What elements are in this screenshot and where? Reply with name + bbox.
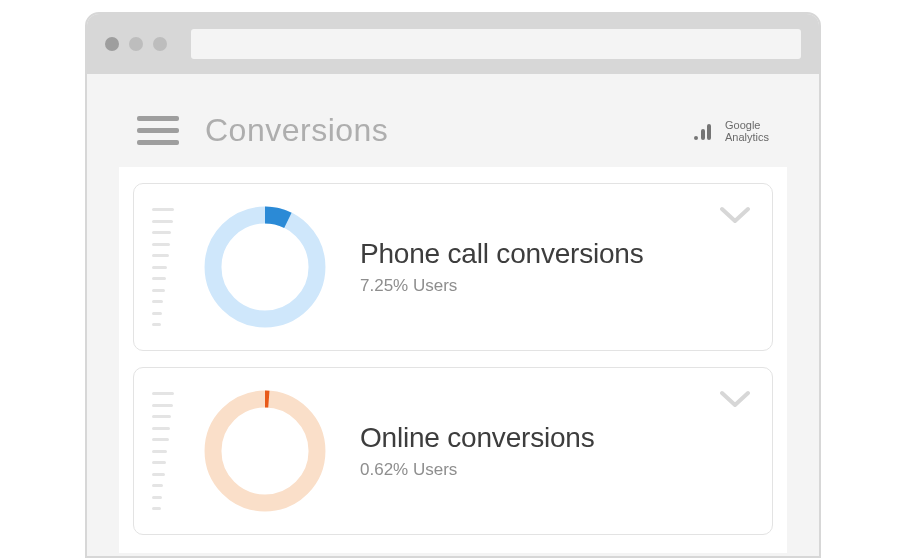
svg-point-2: [213, 399, 317, 503]
chevron-down-icon[interactable]: [720, 390, 750, 408]
traffic-light-min-icon[interactable]: [129, 37, 143, 51]
browser-topbar: [87, 14, 819, 74]
brand-text: Google Analytics: [725, 119, 769, 143]
conversion-card-online[interactable]: Online conversions 0.62% Users: [133, 367, 773, 535]
browser-frame: Conversions Google Analytics: [85, 12, 821, 558]
conversions-panel: Conversions Google Analytics: [119, 98, 787, 553]
donut-chart-phone: [200, 202, 330, 332]
card-percent-label: 7.25% Users: [360, 276, 750, 296]
traffic-light-max-icon[interactable]: [153, 37, 167, 51]
card-percent-label: 0.62% Users: [360, 460, 750, 480]
menu-button[interactable]: [137, 116, 179, 145]
chevron-down-icon[interactable]: [720, 206, 750, 224]
traffic-light-close-icon[interactable]: [105, 37, 119, 51]
conversion-card-phone[interactable]: Phone call conversions 7.25% Users: [133, 183, 773, 351]
brand-logo: Google Analytics: [694, 119, 769, 143]
card-title: Online conversions: [360, 422, 750, 454]
svg-point-0: [213, 215, 317, 319]
analytics-bars-icon: [694, 122, 717, 140]
address-bar[interactable]: [191, 29, 801, 59]
brand-line1: Google: [725, 119, 769, 131]
card-list: Phone call conversions 7.25% Users: [119, 167, 787, 553]
panel-header: Conversions Google Analytics: [119, 98, 787, 167]
app-area: Conversions Google Analytics: [87, 74, 819, 558]
scale-icon: [152, 208, 174, 326]
brand-line2: Analytics: [725, 131, 769, 143]
donut-chart-online: [200, 386, 330, 516]
card-title: Phone call conversions: [360, 238, 750, 270]
scale-icon: [152, 392, 174, 510]
page-title: Conversions: [205, 112, 388, 149]
